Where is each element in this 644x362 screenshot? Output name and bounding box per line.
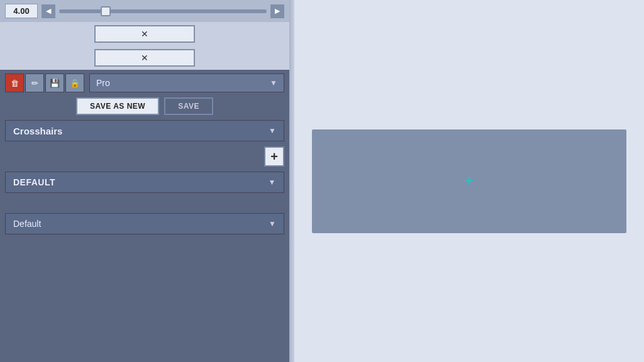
slider-thumb[interactable]	[101, 6, 111, 16]
icon-toolbar: 🗑 ✏ 💾 🔒 Pro ▼	[5, 74, 284, 92]
lock-icon[interactable]: 🔒	[65, 74, 84, 92]
default-dropdown[interactable]: DEFAULT ▼	[5, 172, 284, 193]
panel-divider	[289, 0, 294, 362]
save-button[interactable]: SAVE	[164, 97, 213, 115]
x-button-row-2: ✕	[0, 46, 289, 70]
slider-row: 4.00 ◀ ▶	[0, 0, 289, 22]
crosshair-preview: +	[465, 173, 474, 189]
slider-value: 4.00	[5, 4, 38, 18]
default-lower-dropdown-arrow: ▼	[269, 219, 276, 228]
edit-icon[interactable]: ✏	[25, 74, 44, 92]
profile-dropdown[interactable]: Pro ▼	[89, 74, 284, 92]
crosshairs-dropdown-arrow: ▼	[269, 126, 276, 135]
default-lower-label: Default	[13, 219, 41, 229]
add-button[interactable]: +	[264, 146, 284, 167]
delete-icon[interactable]: 🗑	[5, 74, 24, 92]
profile-dropdown-arrow: ▼	[270, 79, 277, 87]
crosshairs-label: Crosshairs	[13, 126, 62, 136]
slider-left-arrow[interactable]: ◀	[42, 4, 55, 18]
profile-label: Pro	[96, 78, 110, 88]
dark-section: 🗑 ✏ 💾 🔒 Pro ▼ SAVE AS NEW SAVE Crosshair…	[0, 70, 289, 362]
slider-right-arrow[interactable]: ▶	[270, 4, 284, 18]
save-file-icon[interactable]: 💾	[45, 74, 64, 92]
spacer-1	[5, 198, 284, 208]
left-panel: 4.00 ◀ ▶ ✕ ✕ 🗑 ✏ 💾 🔒 Pro ▼ SAVE AS NEW S…	[0, 0, 289, 362]
default-label: DEFAULT	[13, 177, 55, 187]
default-lower-dropdown[interactable]: Default ▼	[5, 213, 284, 234]
slider-track[interactable]	[59, 9, 267, 13]
preview-area: +	[312, 129, 626, 233]
crosshairs-dropdown[interactable]: Crosshairs ▼	[5, 120, 284, 141]
save-as-new-button[interactable]: SAVE AS NEW	[76, 97, 159, 115]
save-row: SAVE AS NEW SAVE	[5, 97, 284, 115]
x-button-1[interactable]: ✕	[94, 25, 195, 43]
default-dropdown-arrow: ▼	[269, 178, 276, 187]
add-row: +	[5, 146, 284, 167]
x-button-2[interactable]: ✕	[94, 49, 195, 67]
right-panel: +	[294, 0, 644, 362]
x-button-row-1: ✕	[0, 22, 289, 46]
